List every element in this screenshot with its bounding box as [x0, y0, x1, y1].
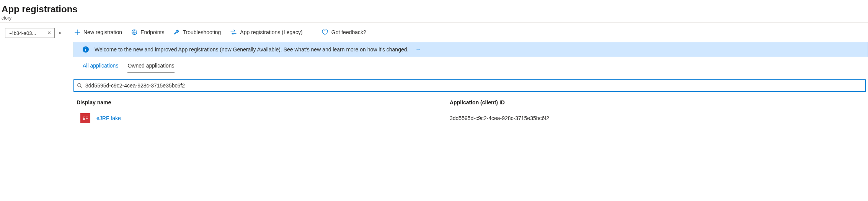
- breadcrumb: ctory: [0, 15, 868, 21]
- search-container: [73, 79, 868, 92]
- feedback-button[interactable]: Got feedback?: [321, 29, 366, 35]
- column-display-name[interactable]: Display name: [77, 99, 450, 105]
- main-content: New registration Endpoints Troubleshooti…: [65, 23, 868, 200]
- left-rail: -4b34-a03... ✕ «: [0, 23, 65, 200]
- column-app-id[interactable]: Application (client) ID: [450, 99, 866, 105]
- search-input[interactable]: [85, 82, 862, 89]
- svg-point-3: [85, 48, 86, 48]
- info-banner-text: Welcome to the new and improved App regi…: [95, 46, 408, 53]
- table-header: Display name Application (client) ID: [73, 99, 866, 110]
- troubleshooting-label: Troubleshooting: [183, 29, 221, 35]
- globe-icon: [131, 29, 137, 35]
- cell-display-name: EF eJRF fake: [80, 113, 450, 123]
- search-box[interactable]: [73, 79, 866, 92]
- feedback-label: Got feedback?: [331, 29, 366, 35]
- legacy-button[interactable]: App registrations (Legacy): [230, 29, 302, 35]
- filter-pill-text: -4b34-a03...: [9, 30, 44, 36]
- new-registration-label: New registration: [83, 29, 122, 35]
- troubleshooting-button[interactable]: Troubleshooting: [173, 29, 221, 35]
- svg-rect-2: [85, 49, 86, 51]
- layout: -4b34-a03... ✕ « New registration Endpoi…: [0, 23, 868, 200]
- tab-owned-applications[interactable]: Owned applications: [127, 63, 174, 73]
- collapse-left-icon[interactable]: «: [59, 28, 62, 36]
- plus-icon: [74, 29, 80, 35]
- filter-pill[interactable]: -4b34-a03... ✕: [5, 28, 55, 38]
- toolbar-divider: [312, 28, 312, 36]
- close-icon[interactable]: ✕: [47, 31, 52, 35]
- swap-icon: [230, 29, 237, 35]
- wrench-icon: [173, 29, 179, 35]
- tab-all-applications[interactable]: All applications: [83, 63, 118, 73]
- app-badge: EF: [80, 113, 90, 123]
- cell-app-id: 3dd5595d-c9c2-4cea-928c-3715e35bc6f2: [450, 115, 866, 121]
- page-title: App registrations: [0, 4, 868, 15]
- info-banner[interactable]: Welcome to the new and improved App regi…: [73, 42, 868, 57]
- app-link[interactable]: eJRF fake: [96, 115, 121, 121]
- endpoints-button[interactable]: Endpoints: [131, 29, 164, 35]
- tabs: All applications Owned applications: [73, 57, 868, 73]
- legacy-label: App registrations (Legacy): [240, 29, 302, 35]
- search-icon: [77, 83, 82, 88]
- heart-icon: [321, 29, 328, 35]
- results-table: Display name Application (client) ID EF …: [73, 99, 868, 126]
- info-icon: [82, 46, 89, 53]
- new-registration-button[interactable]: New registration: [74, 29, 122, 35]
- endpoints-label: Endpoints: [140, 29, 164, 35]
- arrow-right-icon: →: [415, 46, 421, 53]
- table-row[interactable]: EF eJRF fake 3dd5595d-c9c2-4cea-928c-371…: [73, 110, 866, 126]
- page-header: App registrations ctory: [0, 0, 868, 23]
- svg-point-4: [78, 84, 81, 87]
- toolbar: New registration Endpoints Troubleshooti…: [65, 23, 868, 42]
